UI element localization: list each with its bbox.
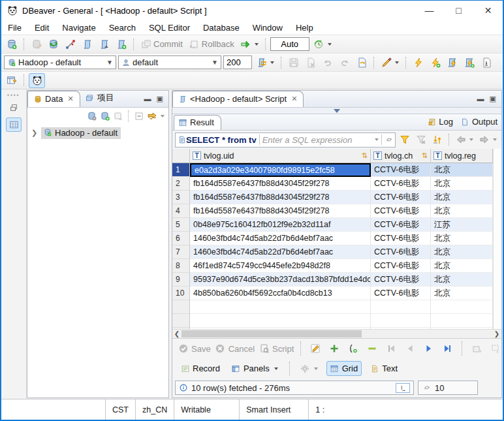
cell-region[interactable]: 北京	[431, 191, 493, 204]
fetch-size-input[interactable]	[223, 55, 252, 69]
rollback-button[interactable]: Rollback	[187, 37, 236, 51]
refresh-filter-icon[interactable]	[385, 136, 393, 144]
row-number[interactable]: 8	[172, 259, 190, 273]
save-button[interactable]: Save	[178, 343, 211, 354]
chevron-down-icon[interactable]	[375, 138, 379, 141]
data-grid-view-button[interactable]	[6, 117, 22, 132]
refresh-script-button[interactable]	[354, 55, 369, 69]
expander-icon[interactable]: ❯	[31, 129, 38, 137]
order-results-button[interactable]	[430, 133, 445, 147]
filter-input-box[interactable]: SELECT * from tv Enter a SQL expression	[175, 133, 396, 148]
cell-region[interactable]: 北京	[431, 204, 493, 218]
row-number[interactable]: 10	[172, 287, 190, 300]
column-header-reg[interactable]: T tvlog.reg	[431, 149, 493, 163]
minimize-panel-icon[interactable]: ▬	[477, 95, 484, 103]
view-menu-icon[interactable]	[161, 115, 165, 117]
scroll-thumb[interactable]	[181, 330, 362, 337]
refresh-connection-button[interactable]	[46, 37, 61, 51]
cell-ch[interactable]: CCTV-6电影	[371, 218, 431, 232]
cell-uid[interactable]: 1460e3fbd4c74d5ab22d7b6d4ebf7aac	[190, 232, 371, 245]
maximize-panel-icon[interactable]: ▣	[490, 95, 496, 103]
cell-region[interactable]: 北京	[431, 177, 493, 191]
undo-button[interactable]	[320, 55, 335, 69]
delete-file-button[interactable]	[303, 55, 318, 69]
cell-region[interactable]: 北京	[431, 287, 493, 300]
format-sql-button[interactable]	[379, 55, 401, 69]
tab-projects[interactable]: 项目	[80, 89, 120, 107]
add-row-button[interactable]	[326, 342, 341, 356]
new-sql-script-button[interactable]	[114, 37, 129, 51]
sort-icon[interactable]: ⇅	[422, 151, 428, 160]
open-sql-script-button[interactable]	[97, 37, 112, 51]
cell-region[interactable]: 北京	[431, 273, 493, 287]
dbeaver-perspective-button[interactable]	[29, 73, 45, 88]
schema-combo[interactable]: default ▼	[118, 55, 221, 69]
last-row-button[interactable]	[440, 342, 455, 356]
cell-uid[interactable]: 46f1ed874c5749cc9445efe2b948d2f8	[190, 259, 371, 273]
nav-forward-button[interactable]	[477, 133, 499, 147]
row-number[interactable]: 5	[172, 218, 190, 232]
column-header-ch[interactable]: T tvlog.ch ⇅	[371, 149, 431, 163]
cell-uid[interactable]: 95937e90d674d5ce3bb237dacd13b87bfdd1e4dc	[190, 273, 371, 287]
close-icon[interactable]: ✕	[291, 95, 297, 103]
cell-uid[interactable]: fb164d5587e6437fb88d43045f29f278	[190, 191, 371, 204]
cell-region[interactable]: 北京	[431, 232, 493, 245]
fetch-all-button[interactable]	[488, 342, 503, 356]
test-connection-button[interactable]	[63, 37, 78, 51]
db-add-icon[interactable]	[99, 111, 110, 122]
edit-status-icon[interactable]: I⎵	[396, 383, 410, 393]
grid-view-button[interactable]: Grid	[326, 361, 362, 376]
open-perspective-button[interactable]	[4, 74, 19, 87]
cell-ch[interactable]: CCTV-6电影	[371, 287, 431, 300]
cell-ch[interactable]: CCTV-6电影	[371, 232, 431, 245]
duplicate-row-button[interactable]	[345, 342, 360, 356]
cell-ch[interactable]: CCTV-6电影	[371, 204, 431, 218]
cell-ch[interactable]: CCTV-6电影	[371, 245, 431, 259]
nav-back-button[interactable]	[453, 133, 475, 147]
auto-commit-combo[interactable]: Auto	[270, 37, 309, 51]
row-number[interactable]: 7	[172, 245, 190, 259]
scroll-left-icon[interactable]: ❮	[172, 330, 181, 337]
maximize-button[interactable]: □	[444, 1, 473, 20]
connection-combo[interactable]: Hadoop - default ▼	[4, 55, 116, 69]
panels-button[interactable]: Panels	[228, 362, 281, 375]
menu-sql-editor[interactable]: SQL Editor	[149, 23, 190, 33]
minimize-button[interactable]: —	[415, 1, 444, 20]
text-view-button[interactable]: Text	[367, 362, 401, 375]
execute-new-tab-button[interactable]	[428, 55, 443, 69]
log-button[interactable]: Log	[424, 115, 457, 130]
cancel-button[interactable]: Cancel	[215, 343, 255, 354]
menu-database[interactable]: Database	[203, 23, 240, 33]
sort-icon[interactable]: ⇅	[362, 151, 368, 160]
execute-script-button[interactable]	[445, 55, 460, 69]
collapse-all-icon[interactable]	[133, 111, 144, 122]
transaction-mode-button[interactable]	[238, 37, 260, 51]
execute-script-new-button[interactable]	[462, 55, 477, 69]
tab-script[interactable]: <Hadoop - default> Script ✕	[172, 91, 304, 107]
cell-region[interactable]: 北京	[431, 245, 493, 259]
apply-filter-button[interactable]	[397, 133, 412, 147]
row-number[interactable]: 6	[172, 232, 190, 245]
cell-ch[interactable]: CCTV-6电影	[371, 259, 431, 273]
cell-uid[interactable]: fb164d5587e6437fb88d43045f29f278	[190, 204, 371, 218]
row-number[interactable]: 2	[172, 177, 190, 191]
fetch-next-page-button[interactable]	[469, 342, 484, 356]
output-button[interactable]: Output	[457, 115, 501, 130]
previous-row-button[interactable]	[402, 342, 417, 356]
menu-help[interactable]: Help	[296, 23, 313, 33]
corner-cell[interactable]	[172, 149, 190, 163]
execute-statement-button[interactable]	[411, 55, 426, 69]
edit-connection-button[interactable]	[29, 37, 44, 51]
tab-data[interactable]: Data ✕	[27, 91, 80, 107]
minimize-panel-icon[interactable]: ▬	[144, 95, 151, 103]
cell-ch[interactable]: CCTV-6电影	[371, 177, 431, 191]
fetch-count-box[interactable]: 10	[418, 381, 478, 395]
row-number[interactable]: 3	[172, 191, 190, 204]
close-icon[interactable]: ✕	[67, 95, 73, 103]
db-disconnect-icon[interactable]	[112, 111, 123, 122]
menu-edit[interactable]: Edit	[35, 23, 49, 33]
tab-result[interactable]: Result	[174, 115, 221, 130]
new-connection-button[interactable]	[4, 37, 19, 51]
menu-file[interactable]: File	[8, 23, 22, 33]
row-number[interactable]: 4	[172, 204, 190, 218]
